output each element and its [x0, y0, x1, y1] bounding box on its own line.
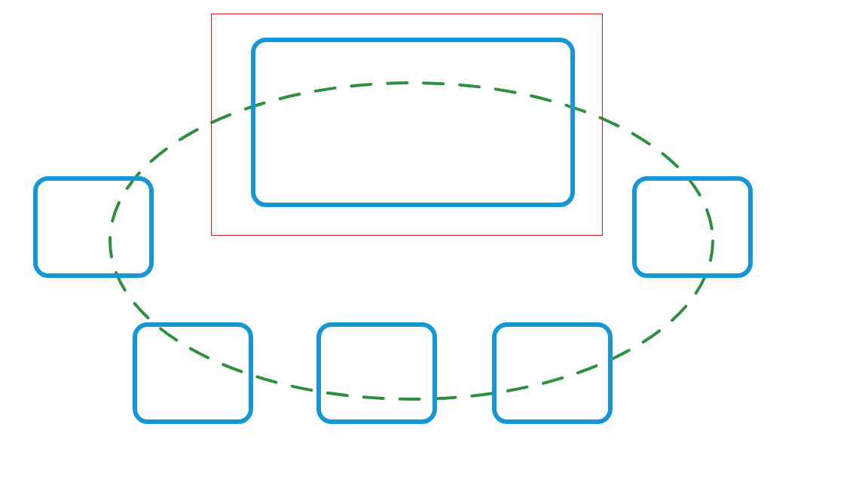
small-blue-box [133, 322, 253, 424]
small-blue-box [492, 322, 613, 424]
small-blue-box [632, 176, 753, 278]
large-blue-box [251, 38, 575, 207]
small-blue-box [316, 322, 437, 424]
diagram-canvas [0, 0, 868, 488]
small-blue-box [33, 176, 154, 278]
